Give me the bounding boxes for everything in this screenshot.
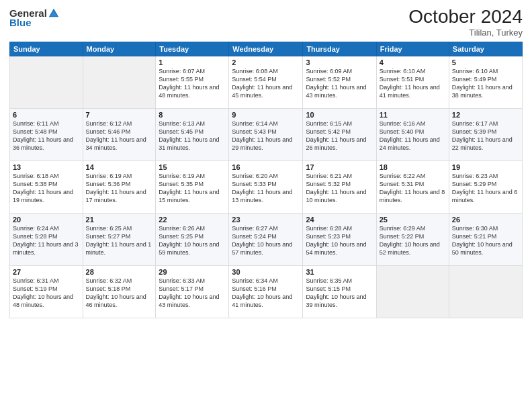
day-number: 9 bbox=[232, 111, 300, 119]
cell-info: Sunrise: 6:32 AM Sunset: 5:18 PM Dayligh… bbox=[86, 277, 153, 310]
calendar-cell: 8Sunrise: 6:13 AM Sunset: 5:45 PM Daylig… bbox=[156, 108, 229, 161]
calendar-cell: 10Sunrise: 6:15 AM Sunset: 5:42 PM Dayli… bbox=[303, 108, 376, 161]
calendar-cell: 29Sunrise: 6:33 AM Sunset: 5:17 PM Dayli… bbox=[156, 265, 229, 318]
logo-blue: Blue bbox=[9, 17, 60, 28]
logo: General Blue bbox=[9, 7, 60, 28]
cell-info: Sunrise: 6:29 AM Sunset: 5:22 PM Dayligh… bbox=[380, 224, 446, 257]
day-number: 19 bbox=[452, 163, 519, 171]
day-number: 23 bbox=[232, 216, 300, 224]
cell-info: Sunrise: 6:07 AM Sunset: 5:55 PM Dayligh… bbox=[159, 67, 226, 100]
cell-info: Sunrise: 6:16 AM Sunset: 5:40 PM Dayligh… bbox=[380, 120, 446, 152]
day-number: 20 bbox=[13, 216, 80, 224]
day-number: 10 bbox=[306, 111, 373, 119]
cell-info: Sunrise: 6:11 AM Sunset: 5:48 PM Dayligh… bbox=[13, 120, 80, 152]
day-number: 21 bbox=[86, 216, 153, 224]
cell-info: Sunrise: 6:08 AM Sunset: 5:54 PM Dayligh… bbox=[232, 67, 300, 100]
day-number: 30 bbox=[232, 268, 300, 276]
col-saturday: Saturday bbox=[449, 42, 522, 56]
cell-info: Sunrise: 6:12 AM Sunset: 5:46 PM Dayligh… bbox=[86, 120, 153, 152]
cell-info: Sunrise: 6:10 AM Sunset: 5:49 PM Dayligh… bbox=[452, 67, 519, 100]
cell-info: Sunrise: 6:27 AM Sunset: 5:24 PM Dayligh… bbox=[232, 224, 300, 257]
title-block: October 2024 Tililan, Turkey bbox=[408, 7, 523, 38]
calendar-cell: 28Sunrise: 6:32 AM Sunset: 5:18 PM Dayli… bbox=[83, 265, 156, 318]
day-number: 14 bbox=[86, 163, 153, 171]
cell-info: Sunrise: 6:24 AM Sunset: 5:28 PM Dayligh… bbox=[13, 224, 80, 257]
day-number: 22 bbox=[159, 216, 226, 224]
header-row: Sunday Monday Tuesday Wednesday Thursday… bbox=[10, 42, 523, 56]
day-number: 5 bbox=[452, 58, 519, 66]
day-number: 31 bbox=[306, 268, 373, 276]
location: Tililan, Turkey bbox=[408, 28, 523, 38]
cell-info: Sunrise: 6:20 AM Sunset: 5:33 PM Dayligh… bbox=[232, 172, 300, 205]
cell-info: Sunrise: 6:35 AM Sunset: 5:15 PM Dayligh… bbox=[306, 277, 373, 310]
week-row-0: 1Sunrise: 6:07 AM Sunset: 5:55 PM Daylig… bbox=[10, 56, 523, 108]
week-row-3: 20Sunrise: 6:24 AM Sunset: 5:28 PM Dayli… bbox=[10, 213, 523, 265]
cell-info: Sunrise: 6:19 AM Sunset: 5:36 PM Dayligh… bbox=[86, 172, 153, 205]
calendar-cell: 26Sunrise: 6:30 AM Sunset: 5:21 PM Dayli… bbox=[449, 213, 522, 265]
calendar-cell: 20Sunrise: 6:24 AM Sunset: 5:28 PM Dayli… bbox=[10, 213, 83, 265]
calendar-cell: 1Sunrise: 6:07 AM Sunset: 5:55 PM Daylig… bbox=[156, 56, 229, 108]
calendar-cell: 3Sunrise: 6:09 AM Sunset: 5:52 PM Daylig… bbox=[303, 56, 376, 108]
month-title: October 2024 bbox=[408, 7, 523, 28]
calendar-cell: 18Sunrise: 6:22 AM Sunset: 5:31 PM Dayli… bbox=[376, 161, 449, 213]
cell-info: Sunrise: 6:33 AM Sunset: 5:17 PM Dayligh… bbox=[159, 277, 226, 310]
calendar-cell: 12Sunrise: 6:17 AM Sunset: 5:39 PM Dayli… bbox=[449, 108, 522, 161]
day-number: 4 bbox=[380, 58, 446, 66]
day-number: 6 bbox=[13, 111, 80, 119]
day-number: 13 bbox=[13, 163, 80, 171]
week-row-1: 6Sunrise: 6:11 AM Sunset: 5:48 PM Daylig… bbox=[10, 108, 523, 161]
page: General Blue October 2024 Tililan, Turke… bbox=[0, 0, 532, 411]
day-number: 1 bbox=[159, 58, 226, 66]
calendar-cell: 21Sunrise: 6:25 AM Sunset: 5:27 PM Dayli… bbox=[83, 213, 156, 265]
calendar-cell: 16Sunrise: 6:20 AM Sunset: 5:33 PM Dayli… bbox=[229, 161, 303, 213]
day-number: 16 bbox=[232, 163, 300, 171]
cell-info: Sunrise: 6:19 AM Sunset: 5:35 PM Dayligh… bbox=[159, 172, 226, 205]
calendar-cell bbox=[449, 265, 522, 318]
day-number: 11 bbox=[380, 111, 446, 119]
calendar-cell: 6Sunrise: 6:11 AM Sunset: 5:48 PM Daylig… bbox=[10, 108, 83, 161]
col-tuesday: Tuesday bbox=[156, 42, 229, 56]
cell-info: Sunrise: 6:25 AM Sunset: 5:27 PM Dayligh… bbox=[86, 224, 153, 257]
cell-info: Sunrise: 6:21 AM Sunset: 5:32 PM Dayligh… bbox=[306, 172, 373, 205]
day-number: 7 bbox=[86, 111, 153, 119]
calendar-cell: 5Sunrise: 6:10 AM Sunset: 5:49 PM Daylig… bbox=[449, 56, 522, 108]
cell-info: Sunrise: 6:10 AM Sunset: 5:51 PM Dayligh… bbox=[380, 67, 446, 100]
calendar-cell bbox=[10, 56, 83, 108]
week-row-2: 13Sunrise: 6:18 AM Sunset: 5:38 PM Dayli… bbox=[10, 161, 523, 213]
calendar-cell: 7Sunrise: 6:12 AM Sunset: 5:46 PM Daylig… bbox=[83, 108, 156, 161]
col-friday: Friday bbox=[376, 42, 449, 56]
calendar-table: Sunday Monday Tuesday Wednesday Thursday… bbox=[9, 42, 523, 318]
calendar-cell: 2Sunrise: 6:08 AM Sunset: 5:54 PM Daylig… bbox=[229, 56, 303, 108]
col-sunday: Sunday bbox=[10, 42, 83, 56]
calendar-cell: 19Sunrise: 6:23 AM Sunset: 5:29 PM Dayli… bbox=[449, 161, 522, 213]
day-number: 12 bbox=[452, 111, 519, 119]
day-number: 29 bbox=[159, 268, 226, 276]
cell-info: Sunrise: 6:18 AM Sunset: 5:38 PM Dayligh… bbox=[13, 172, 80, 205]
calendar-cell: 27Sunrise: 6:31 AM Sunset: 5:19 PM Dayli… bbox=[10, 265, 83, 318]
col-monday: Monday bbox=[83, 42, 156, 56]
calendar-cell: 15Sunrise: 6:19 AM Sunset: 5:35 PM Dayli… bbox=[156, 161, 229, 213]
col-wednesday: Wednesday bbox=[229, 42, 303, 56]
calendar-cell: 14Sunrise: 6:19 AM Sunset: 5:36 PM Dayli… bbox=[83, 161, 156, 213]
cell-info: Sunrise: 6:31 AM Sunset: 5:19 PM Dayligh… bbox=[13, 277, 80, 310]
col-thursday: Thursday bbox=[303, 42, 376, 56]
calendar-cell: 25Sunrise: 6:29 AM Sunset: 5:22 PM Dayli… bbox=[376, 213, 449, 265]
calendar-cell: 23Sunrise: 6:27 AM Sunset: 5:24 PM Dayli… bbox=[229, 213, 303, 265]
cell-info: Sunrise: 6:23 AM Sunset: 5:29 PM Dayligh… bbox=[452, 172, 519, 205]
cell-info: Sunrise: 6:34 AM Sunset: 5:16 PM Dayligh… bbox=[232, 277, 300, 310]
cell-info: Sunrise: 6:13 AM Sunset: 5:45 PM Dayligh… bbox=[159, 120, 226, 152]
day-number: 27 bbox=[13, 268, 80, 276]
calendar-cell: 17Sunrise: 6:21 AM Sunset: 5:32 PM Dayli… bbox=[303, 161, 376, 213]
calendar-cell: 4Sunrise: 6:10 AM Sunset: 5:51 PM Daylig… bbox=[376, 56, 449, 108]
calendar-cell: 24Sunrise: 6:28 AM Sunset: 5:23 PM Dayli… bbox=[303, 213, 376, 265]
calendar-cell: 9Sunrise: 6:14 AM Sunset: 5:43 PM Daylig… bbox=[229, 108, 303, 161]
day-number: 17 bbox=[306, 163, 373, 171]
cell-info: Sunrise: 6:15 AM Sunset: 5:42 PM Dayligh… bbox=[306, 120, 373, 152]
cell-info: Sunrise: 6:30 AM Sunset: 5:21 PM Dayligh… bbox=[452, 224, 519, 257]
calendar-cell: 22Sunrise: 6:26 AM Sunset: 5:25 PM Dayli… bbox=[156, 213, 229, 265]
day-number: 25 bbox=[380, 216, 446, 224]
cell-info: Sunrise: 6:09 AM Sunset: 5:52 PM Dayligh… bbox=[306, 67, 373, 100]
day-number: 24 bbox=[306, 216, 373, 224]
cell-info: Sunrise: 6:14 AM Sunset: 5:43 PM Dayligh… bbox=[232, 120, 300, 152]
week-row-4: 27Sunrise: 6:31 AM Sunset: 5:19 PM Dayli… bbox=[10, 265, 523, 318]
